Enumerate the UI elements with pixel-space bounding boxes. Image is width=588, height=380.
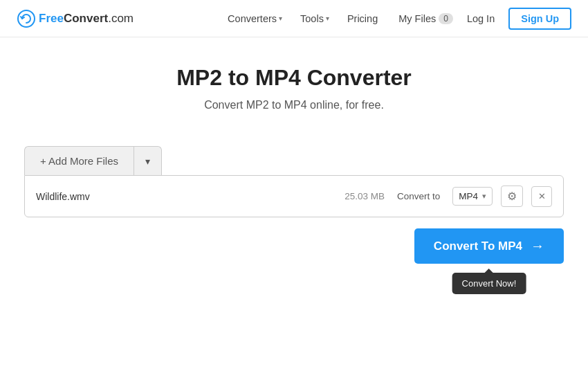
convert-area: Convert To MP4 → Convert Now! xyxy=(24,228,564,264)
logo-free: Free xyxy=(39,12,64,25)
nav-converters[interactable]: Converters ▾ xyxy=(221,9,289,28)
convert-btn-wrapper: Convert To MP4 → Convert Now! xyxy=(414,228,564,264)
upload-toolbar: + Add More Files ▾ xyxy=(24,146,564,175)
arrow-icon: → xyxy=(531,238,544,254)
convert-button[interactable]: Convert To MP4 → xyxy=(414,228,564,264)
remove-file-button[interactable]: ✕ xyxy=(531,186,552,207)
convert-to-label: Convert to xyxy=(397,191,440,201)
page-subtitle: Convert MP2 to MP4 online, for free. xyxy=(24,99,564,111)
login-link[interactable]: Log In xyxy=(460,9,502,28)
file-size: 25.03 MB xyxy=(344,191,385,201)
signup-button[interactable]: Sign Up xyxy=(508,8,571,30)
page-title: MP2 to MP4 Converter xyxy=(24,65,564,91)
upload-dropdown-button[interactable]: ▾ xyxy=(134,146,162,175)
chevron-down-icon: ▾ xyxy=(482,192,486,201)
logo[interactable]: FreeConvert.com xyxy=(17,9,134,28)
file-name: Wildlife.wmv xyxy=(36,191,336,202)
chevron-down-icon: ▾ xyxy=(326,15,329,22)
upload-section: + Add More Files ▾ Wildlife.wmv 25.03 MB… xyxy=(24,146,564,264)
svg-point-0 xyxy=(18,10,35,27)
add-files-button[interactable]: + Add More Files xyxy=(24,146,134,175)
logo-domain: .com xyxy=(108,12,134,25)
tooltip: Convert Now! xyxy=(452,273,526,294)
files-badge: 0 xyxy=(439,13,453,24)
settings-button[interactable]: ⚙ xyxy=(501,186,523,207)
my-files-link[interactable]: My Files 0 xyxy=(398,13,453,24)
gear-icon: ⚙ xyxy=(507,190,517,202)
chevron-down-icon: ▾ xyxy=(145,156,150,167)
nav-tools[interactable]: Tools ▾ xyxy=(293,9,336,28)
file-list: Wildlife.wmv 25.03 MB Convert to MP4 ▾ ⚙… xyxy=(24,175,564,217)
nav-pricing[interactable]: Pricing xyxy=(340,9,385,28)
logo-convert: Convert xyxy=(64,12,108,25)
close-icon: ✕ xyxy=(538,191,546,201)
main-nav: Converters ▾ Tools ▾ Pricing xyxy=(221,9,385,28)
format-select[interactable]: MP4 ▾ xyxy=(452,187,493,206)
table-row: Wildlife.wmv 25.03 MB Convert to MP4 ▾ ⚙… xyxy=(25,176,563,217)
chevron-down-icon: ▾ xyxy=(279,15,282,22)
